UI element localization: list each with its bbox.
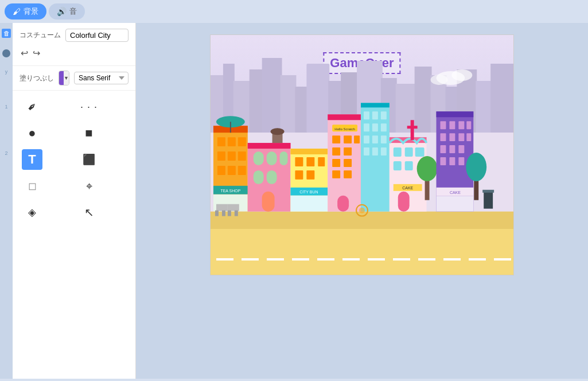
svg-rect-114	[440, 157, 446, 165]
svg-rect-63	[332, 135, 340, 143]
svg-rect-31	[217, 166, 225, 175]
svg-rect-116	[458, 157, 464, 165]
sidebar-dot-icon[interactable]	[2, 49, 10, 57]
text-icon: T	[28, 152, 36, 167]
svg-rect-111	[440, 145, 446, 153]
svg-point-48	[271, 128, 285, 135]
costume-name-input[interactable]	[65, 29, 128, 42]
costume-header: コスチューム ↩ ↪	[13, 23, 135, 66]
svg-rect-119	[437, 196, 474, 212]
svg-rect-72	[337, 196, 349, 212]
tools-grid: ✒ · · · ● ■ T ⬛ ◻ ⌖	[13, 91, 135, 228]
svg-rect-125	[228, 204, 239, 211]
text-tool[interactable]: T	[22, 149, 42, 170]
svg-rect-108	[449, 133, 455, 141]
fill-icon: ⬛	[83, 153, 95, 166]
svg-rect-102	[437, 111, 474, 117]
svg-rect-128	[228, 211, 231, 216]
reshape-tool[interactable]: ◈	[22, 202, 42, 223]
fg-city-buildings: TEA SHOP	[211, 80, 513, 235]
font-select[interactable]: Sans Serif Serif Handwriting Marker Curl…	[74, 72, 128, 84]
left-sidebar: 🗑 y 1 2	[0, 23, 13, 379]
svg-rect-66	[332, 147, 340, 155]
svg-point-100	[417, 156, 438, 181]
svg-rect-77	[381, 111, 387, 119]
svg-rect-86	[381, 147, 387, 155]
svg-rect-103	[440, 121, 446, 129]
editor-panel: コスチューム ↩ ↪ 塗りつぶし ▼ Sans Serif Serif Hand…	[13, 23, 136, 379]
fill-font-row: 塗りつぶし ▼ Sans Serif Serif Handwriting Mar…	[13, 66, 135, 91]
svg-rect-115	[449, 157, 455, 165]
fill-color-swatch[interactable]: ▼	[59, 71, 69, 85]
rectangle-tool[interactable]: ■	[79, 123, 99, 143]
svg-rect-84	[364, 147, 369, 155]
undo-redo-group: ↩ ↪	[20, 46, 41, 60]
svg-rect-123	[482, 190, 494, 193]
svg-rect-42	[267, 151, 277, 165]
svg-text:CITY BUN: CITY BUN	[299, 190, 318, 194]
redo-button[interactable]: ↪	[32, 46, 41, 60]
main-layout: 🗑 y 1 2 コスチューム ↩ ↪ 塗りつぶし ▼ Sans Serif Se…	[0, 23, 588, 379]
svg-rect-95	[407, 126, 418, 129]
svg-rect-106	[466, 121, 471, 129]
sidebar-trash-icon[interactable]: 🗑	[2, 29, 11, 38]
svg-rect-76	[372, 111, 378, 119]
pencil-icon: ✒	[24, 99, 41, 115]
svg-rect-80	[381, 123, 387, 131]
svg-rect-46	[262, 192, 275, 212]
line-tool[interactable]: · · ·	[79, 96, 99, 117]
tab-background-label: 背景	[24, 6, 38, 17]
svg-rect-78	[364, 123, 369, 131]
svg-rect-96	[398, 192, 410, 212]
svg-rect-75	[364, 111, 369, 119]
circle-icon: ●	[28, 126, 36, 141]
svg-rect-32	[228, 166, 236, 175]
svg-rect-30	[238, 151, 246, 161]
fill-color-arrow: ▼	[64, 71, 69, 85]
svg-rect-104	[449, 121, 455, 129]
tab-sound[interactable]: 🔊 音	[49, 3, 85, 20]
svg-point-131	[359, 208, 365, 213]
eraser-icon: ◻	[28, 180, 37, 192]
svg-rect-70	[332, 170, 340, 178]
svg-rect-122	[484, 192, 493, 209]
dots-icon: · · ·	[80, 101, 98, 113]
svg-rect-28	[217, 151, 225, 161]
svg-rect-79	[372, 123, 378, 131]
arrow-select-icon: ↖	[84, 205, 94, 219]
svg-rect-55	[306, 170, 314, 180]
svg-rect-129	[235, 211, 238, 216]
svg-rect-69	[344, 159, 352, 167]
city-canvas: GameOver	[210, 34, 514, 275]
select-all-tool[interactable]: ⌖	[79, 176, 99, 196]
circle-tool[interactable]: ●	[22, 123, 42, 143]
top-tabs-bar: 🖌 背景 🔊 音	[0, 0, 588, 23]
reshape-icon: ◈	[28, 206, 36, 219]
canvas-area[interactable]: GameOver	[136, 23, 588, 379]
undo-button[interactable]: ↩	[20, 46, 29, 60]
svg-rect-51	[295, 157, 303, 166]
svg-rect-93	[405, 161, 413, 170]
fill-tool[interactable]: ⬛	[79, 149, 99, 170]
svg-rect-89	[394, 147, 402, 157]
svg-rect-127	[222, 211, 225, 216]
svg-rect-105	[458, 121, 464, 129]
tab-background[interactable]: 🖌 背景	[5, 3, 46, 20]
svg-rect-91	[415, 147, 425, 157]
select-tool[interactable]: ↖	[79, 202, 99, 223]
eraser-tool[interactable]: ◻	[22, 176, 42, 196]
svg-rect-124	[216, 204, 228, 211]
svg-rect-112	[449, 145, 455, 153]
svg-rect-65	[354, 135, 360, 143]
brush-icon: 🖌	[13, 7, 21, 16]
pencil-tool[interactable]: ✒	[22, 96, 42, 117]
svg-rect-67	[344, 147, 352, 155]
svg-rect-26	[228, 137, 236, 146]
svg-rect-64	[344, 135, 352, 143]
fill-label: 塗りつぶし	[20, 73, 54, 83]
sidebar-label-1: y	[5, 69, 8, 75]
square-icon: ■	[85, 126, 92, 141]
svg-text:CAKE: CAKE	[450, 190, 461, 195]
svg-rect-50	[290, 149, 328, 154]
svg-rect-94	[411, 120, 414, 140]
